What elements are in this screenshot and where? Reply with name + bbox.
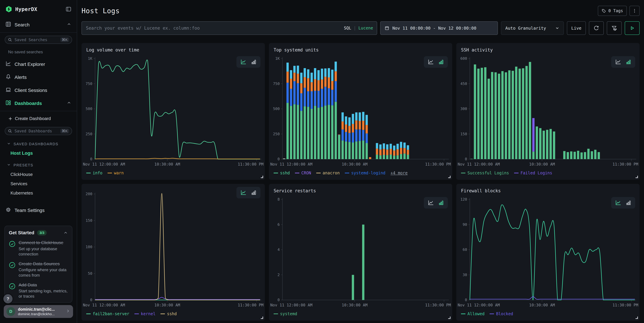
- section-label: SAVED DASHBOARDS: [14, 142, 58, 146]
- svg-text:750: 750: [86, 82, 92, 86]
- event-search: SQL | Lucene: [82, 21, 377, 35]
- bar-chart-icon[interactable]: [251, 59, 257, 65]
- chevron-down-icon: [7, 142, 11, 147]
- legend-label: info: [93, 171, 102, 175]
- svg-text:100: 100: [86, 245, 92, 249]
- legend-item[interactable]: Failed Logins: [514, 171, 552, 175]
- sidebar-item-label: Chart Explorer: [14, 62, 71, 67]
- legend-dash: [461, 173, 466, 173]
- chevron-down-icon: [7, 163, 11, 168]
- avatar: D: [6, 307, 15, 316]
- dashboard-grid: Log volume over time02505007501KNov 11 1…: [82, 43, 640, 321]
- line-chart-icon[interactable]: [240, 59, 246, 65]
- sidebar-item-team-settings[interactable]: Team Settings: [0, 204, 77, 217]
- sidebar-item-label: Search: [14, 22, 63, 28]
- legend-more-link[interactable]: +4 more: [390, 171, 408, 175]
- svg-text:150: 150: [460, 132, 467, 136]
- get-started-header[interactable]: Get Started 3/3: [9, 230, 68, 235]
- legend-dash: [295, 173, 299, 173]
- section-saved-dashboards[interactable]: SAVED DASHBOARDS: [0, 138, 77, 149]
- svg-text:250: 250: [273, 132, 280, 136]
- legend-item[interactable]: info: [86, 171, 102, 175]
- step-desc: Configure where your data comes from: [18, 267, 68, 278]
- legend-item[interactable]: systemd: [274, 311, 297, 316]
- run-query-button[interactable]: [625, 21, 640, 35]
- section-presets[interactable]: PRESETS: [0, 158, 77, 170]
- sidebar-item-client-sessions[interactable]: Client Sessions: [0, 84, 77, 97]
- legend-item[interactable]: anacron: [316, 171, 340, 175]
- legend-item[interactable]: fail2ban-server: [86, 311, 130, 316]
- chart-area: 0150300450600Nov 11 12:00:00 AM10:30:00 …: [456, 53, 640, 169]
- saved-searches-input[interactable]: Saved Searches ⌘K: [5, 36, 72, 44]
- sidebar-preset-clickhouse[interactable]: ClickHouse: [0, 170, 77, 179]
- get-started-step[interactable]: Connect to ClickHouse Set up your databa…: [9, 240, 68, 257]
- chart-area: 02468Nov 11 12:00:00 AM10:30:00 AM11:30:…: [269, 194, 452, 310]
- lucene-toggle[interactable]: Lucene: [358, 26, 373, 31]
- bar-chart-icon[interactable]: [626, 59, 632, 65]
- line-chart-icon[interactable]: [428, 200, 434, 206]
- legend-item[interactable]: systemd-logind: [345, 171, 386, 175]
- granularity-select[interactable]: Auto Granularity: [501, 21, 564, 35]
- svg-text:1K: 1K: [275, 56, 280, 61]
- svg-text:6: 6: [278, 222, 280, 227]
- user-menu[interactable]: D dominic.tran@clic... dominic.tran@clic…: [4, 305, 73, 318]
- resize-handle[interactable]: [636, 316, 638, 319]
- legend-item[interactable]: sshd: [160, 311, 177, 316]
- legend-label: sshd: [280, 171, 290, 175]
- chart-svg: 0150300450600Nov 11 12:00:00 AM10:30:00 …: [456, 53, 640, 169]
- sidebar-item-dashboards[interactable]: Dashboards: [0, 97, 77, 111]
- bar-chart-icon[interactable]: [251, 190, 257, 196]
- line-chart-icon[interactable]: [240, 190, 246, 196]
- panel-menu-button[interactable]: [630, 6, 640, 16]
- resize-handle[interactable]: [261, 316, 263, 319]
- search-icon: [8, 129, 12, 133]
- sidebar-item-alerts[interactable]: Alerts: [0, 71, 77, 84]
- chevron-down-icon: [555, 26, 560, 30]
- line-chart-icon[interactable]: [615, 59, 621, 65]
- resize-handle[interactable]: [448, 176, 450, 178]
- line-chart-icon[interactable]: [428, 59, 434, 65]
- legend-item[interactable]: warn: [108, 171, 124, 175]
- resize-handle[interactable]: [448, 316, 450, 319]
- resize-handle[interactable]: [261, 176, 263, 178]
- create-dashboard-button[interactable]: Create Dashboard: [0, 113, 77, 124]
- bar-chart-icon[interactable]: [438, 59, 444, 65]
- legend-item[interactable]: kernel: [134, 311, 156, 316]
- bar-chart-icon[interactable]: [438, 200, 444, 206]
- sidebar-preset-kubernetes[interactable]: Kubernetes: [0, 188, 77, 198]
- sidebar-preset-services[interactable]: Services: [0, 179, 77, 188]
- sidebar-item-chart-explorer[interactable]: Chart Explorer: [0, 58, 77, 71]
- get-started-step[interactable]: Add Data Start sending logs, metrics, or…: [9, 282, 68, 299]
- chart-area: 0306090120Nov 11 12:00:00 AM10:30:00 AM1…: [456, 194, 640, 310]
- live-button[interactable]: Live: [567, 21, 586, 35]
- line-chart-icon[interactable]: [615, 200, 621, 206]
- get-started-step[interactable]: Create Data Sources Configure where your…: [9, 261, 68, 278]
- svg-text:90: 90: [463, 222, 467, 227]
- collapse-sidebar-icon[interactable]: [66, 6, 71, 12]
- panel-log-volume-over-time: Log volume over time02505007501KNov 11 1…: [82, 43, 265, 180]
- sql-toggle[interactable]: SQL: [344, 26, 351, 31]
- legend-item[interactable]: Allowed: [461, 311, 484, 316]
- filter-button[interactable]: [607, 21, 622, 35]
- sidebar-dashboard-host-logs[interactable]: Host Logs: [0, 149, 77, 158]
- help-button[interactable]: ?: [4, 294, 12, 303]
- legend-item[interactable]: Blocked: [490, 311, 513, 316]
- time-range-picker[interactable]: Nov 11 00:00:00 - Nov 12 00:00:00: [380, 21, 498, 35]
- dashboards-icon: [6, 100, 11, 107]
- svg-text:30: 30: [463, 273, 467, 277]
- refresh-button[interactable]: [589, 21, 604, 35]
- bar-chart-icon[interactable]: [626, 200, 632, 206]
- chart-type-toggle: [611, 56, 635, 68]
- sidebar-item-search[interactable]: Search: [0, 17, 77, 33]
- legend-label: kernel: [141, 311, 156, 316]
- legend-item[interactable]: CRON: [295, 171, 311, 175]
- filter-edit-icon: [611, 25, 617, 31]
- saved-dashboards-input[interactable]: Saved Dashboards ⌘K: [5, 127, 72, 135]
- no-saved-searches-text: No saved searches: [0, 47, 77, 58]
- resize-handle[interactable]: [636, 176, 638, 178]
- event-search-input[interactable]: [82, 21, 377, 35]
- legend-item[interactable]: sshd: [274, 171, 290, 175]
- tags-button[interactable]: 0 Tags: [598, 6, 627, 16]
- legend-dash: [461, 313, 466, 314]
- legend-item[interactable]: Successful Logins: [461, 171, 509, 175]
